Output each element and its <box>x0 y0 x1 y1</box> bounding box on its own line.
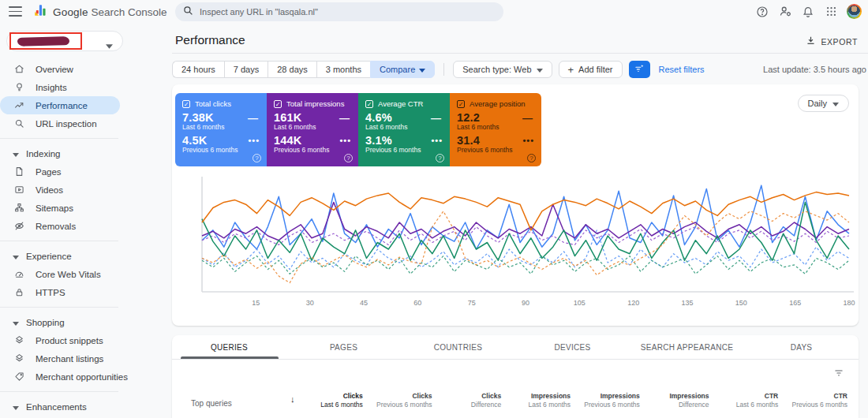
column-group-label: Impressions <box>643 392 709 401</box>
compare-chip[interactable]: Compare <box>370 61 435 78</box>
granularity-dropdown[interactable]: Daily <box>798 95 849 112</box>
checked-checkbox-icon[interactable]: ✓ <box>457 100 465 108</box>
dimension-tabs: QUERIESPAGESCOUNTRIESDEVICESSEARCH APPEA… <box>172 335 859 359</box>
caret-down-icon <box>13 149 19 159</box>
apps-grid-icon[interactable] <box>824 5 838 19</box>
column-period-label: Previous 6 months <box>366 401 432 409</box>
column-header-clicks-last-6-months[interactable]: ↓Clicks Last 6 months <box>294 392 363 409</box>
metric-card-total-impressions[interactable]: ✓Total impressions 161K— Last 6 months 1… <box>267 93 358 166</box>
checked-checkbox-icon[interactable]: ✓ <box>274 100 282 108</box>
sidebar-item-label: Sitemaps <box>36 203 73 213</box>
add-filter-chip[interactable]: + Add filter <box>559 61 623 78</box>
date-range-chip-7-days[interactable]: 7 days <box>224 61 268 78</box>
sidebar-item-merchant-listings[interactable]: Merchant listings <box>0 349 163 368</box>
sidebar-section-experience[interactable]: Experience <box>0 247 163 265</box>
metric-card-average-position[interactable]: ✓Average position 12.2— Last 6 months 31… <box>450 93 541 166</box>
column-header-impressions-last-6-months[interactable]: Impressions Last 6 months <box>501 392 571 409</box>
metric-cards: ✓Total clicks 7.38K— Last 6 months 4.5K•… <box>175 93 541 166</box>
filter-toggle-button[interactable] <box>629 61 650 78</box>
column-header-clicks-previous-6-months[interactable]: Clicks Previous 6 months <box>363 392 432 409</box>
help-icon[interactable]: ? <box>344 154 353 162</box>
metric-card-average-ctr[interactable]: ✓Average CTR 4.6%— Last 6 months 3.1%•••… <box>358 93 450 166</box>
solid-line-legend-icon: — <box>522 112 533 124</box>
metric-period-current: Last 6 months <box>182 123 260 131</box>
sidebar-item-performance[interactable]: Performance <box>0 96 120 114</box>
url-inspect-input[interactable] <box>200 7 496 17</box>
checked-checkbox-icon[interactable]: ✓ <box>365 100 373 108</box>
sidebar-item-overview[interactable]: Overview <box>0 60 163 78</box>
sidebar-section-label: Indexing <box>26 149 60 159</box>
metric-value-previous: 4.5K <box>182 134 207 147</box>
reset-filters-link[interactable]: Reset filters <box>659 65 705 74</box>
lightbulb-icon <box>13 82 24 93</box>
table-filter-icon[interactable] <box>833 368 844 380</box>
sidebar-section-label: Shopping <box>26 318 65 327</box>
column-header-impressions-previous-6-months[interactable]: Impressions Previous 6 months <box>571 392 640 409</box>
help-icon[interactable]: ? <box>527 154 536 162</box>
column-header-ctr-last-6-months[interactable]: CTR Last 6 months <box>709 392 779 409</box>
sidebar-item-insights[interactable]: Insights <box>0 78 163 96</box>
solid-line-legend-icon: — <box>248 112 258 124</box>
sidebar-section-enhancements[interactable]: Enhancements <box>0 397 163 416</box>
metric-value-previous: 144K <box>274 134 301 147</box>
google-search-console-app: Google Search Console <box>0 0 868 418</box>
metric-period-previous: Previous 6 months <box>274 146 351 154</box>
help-icon[interactable]: ? <box>436 154 444 162</box>
date-range-chip-3-months[interactable]: 3 months <box>316 61 370 78</box>
notifications-icon[interactable] <box>801 5 815 19</box>
header-divider <box>172 53 868 54</box>
date-range-chip-24-hours[interactable]: 24 hours <box>172 61 224 78</box>
performance-line-chart[interactable]: 153045607590105120135150165180 <box>186 174 855 315</box>
metric-card-total-clicks[interactable]: ✓Total clicks 7.38K— Last 6 months 4.5K•… <box>175 93 267 166</box>
sidebar-item-product-snippets[interactable]: Product snippets <box>0 331 163 349</box>
layers-icon <box>13 335 24 346</box>
chevron-down-icon <box>419 65 425 74</box>
top-bar: Google Search Console <box>0 0 868 24</box>
tab-devices[interactable]: DEVICES <box>515 343 630 359</box>
column-header-impressions-difference[interactable]: Impressions Difference <box>640 392 709 409</box>
series-position-previous <box>202 211 849 283</box>
column-period-label: Last 6 months <box>504 401 571 409</box>
manage-users-icon[interactable] <box>778 5 792 19</box>
column-header-clicks-difference[interactable]: Clicks Difference <box>432 392 502 409</box>
avatar[interactable] <box>847 4 862 19</box>
series-position-current <box>202 192 849 230</box>
checked-checkbox-icon[interactable]: ✓ <box>182 100 190 108</box>
sidebar-item-https[interactable]: HTTPS <box>0 283 163 301</box>
tab-pages[interactable]: PAGES <box>286 343 401 359</box>
sidebar-item-merchant-opportunities[interactable]: Merchant opportunities <box>0 368 163 386</box>
metric-period-current: Last 6 months <box>274 123 351 131</box>
column-group-label: Impressions <box>574 392 640 401</box>
sidebar-item-pages[interactable]: Pages <box>0 162 163 181</box>
sidebar-item-removals[interactable]: Removals <box>0 217 163 235</box>
sidebar-item-videos[interactable]: Videos <box>0 181 163 199</box>
sidebar-item-core-web-vitals[interactable]: Core Web Vitals <box>0 265 163 283</box>
tab-days[interactable]: DAYS <box>744 343 859 359</box>
x-axis-tick: 45 <box>360 299 368 307</box>
column-header-ctr-previous-6-months[interactable]: CTR Previous 6 months <box>778 392 847 409</box>
search-type-chip[interactable]: Search type: Web <box>453 61 552 78</box>
tab-countries[interactable]: COUNTRIES <box>401 343 515 359</box>
video-icon <box>13 185 24 196</box>
column-group-label: Clicks <box>366 392 432 401</box>
sidebar-section-shopping[interactable]: Shopping <box>0 313 163 331</box>
url-inspect-searchbox[interactable] <box>175 2 503 21</box>
download-icon <box>806 35 816 47</box>
date-range-chip-28-days[interactable]: 28 days <box>268 61 316 78</box>
topbar-actions <box>755 4 862 19</box>
sidebar-item-label: Product snippets <box>36 336 103 345</box>
table-row-header[interactable]: Top queries <box>191 392 294 408</box>
metric-label: Average position <box>470 99 526 108</box>
tab-queries[interactable]: QUERIES <box>172 343 286 359</box>
sidebar-item-url-inspection[interactable]: URL inspection <box>0 114 163 132</box>
tab-search-appearance[interactable]: SEARCH APPEARANCE <box>630 343 744 359</box>
menu-icon[interactable] <box>9 6 22 17</box>
help-icon[interactable]: ? <box>253 154 261 162</box>
sidebar-item-label: Core Web Vitals <box>36 270 101 279</box>
caret-down-icon <box>13 318 19 327</box>
help-icon[interactable] <box>755 5 769 19</box>
sidebar-section-indexing[interactable]: Indexing <box>0 144 163 162</box>
export-button[interactable]: EXPORT <box>806 35 858 47</box>
sidebar-item-sitemaps[interactable]: Sitemaps <box>0 199 163 217</box>
sidebar-divider <box>0 138 118 139</box>
